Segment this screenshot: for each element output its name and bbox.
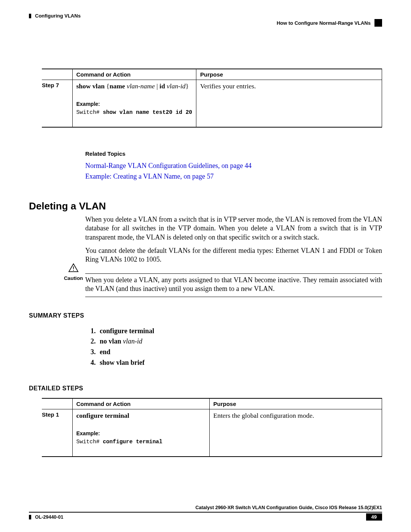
example-prefix: Switch# [76, 109, 103, 115]
step7-table-block: Command or Action Purpose Step 7 show vl… [42, 69, 382, 128]
footer-left: OL-29440-01 [29, 514, 63, 520]
page-footer: Catalyst 2960-XR Switch VLAN Configurati… [29, 505, 382, 521]
summary-steps-list: 1. configure terminal 2. no vlan vlan-id… [91, 326, 382, 369]
footer-left-bar-icon [29, 515, 31, 519]
svg-point-1 [73, 270, 74, 270]
section-para-1: When you delete a VLAN from a switch tha… [85, 215, 382, 242]
header-right-square-icon [374, 19, 382, 27]
caution-text: When you delete a VLAN, any ports assign… [85, 275, 382, 294]
cell-step: Step 1 [42, 409, 72, 457]
header-left: Configuring VLANs [29, 13, 81, 19]
example-prefix: Switch# [76, 439, 103, 445]
cell-step: Step 7 [42, 80, 72, 128]
summary-steps-heading: SUMMARY STEPS [29, 312, 382, 319]
table-row: Step 1 configure terminal Example: Switc… [42, 409, 382, 457]
section-body: When you delete a VLAN from a switch tha… [85, 215, 382, 264]
cell-command: configure terminal Example: Switch# conf… [72, 409, 209, 457]
step1-table: Command or Action Purpose Step 1 configu… [42, 398, 382, 457]
footer-rule [29, 512, 382, 513]
related-link-2[interactable]: Example: Creating a VLAN Name, on page 5… [85, 171, 382, 182]
example-command: configure terminal [103, 439, 162, 445]
command-syntax: configure terminal [76, 412, 206, 420]
example-code: Switch# configure terminal [76, 439, 206, 445]
warning-triangle-icon [68, 263, 79, 272]
cell-command: show vlan {name vlan-name | id vlan-id} … [72, 80, 196, 128]
detailed-steps-heading: DETAILED STEPS [29, 385, 382, 392]
list-item: 3. end [91, 347, 382, 358]
caution-label: Caution [64, 275, 83, 281]
caution-bottom-rule [85, 297, 382, 297]
step7-table: Command or Action Purpose Step 7 show vl… [42, 69, 382, 128]
table-row: Step 7 show vlan {name vlan-name | id vl… [42, 80, 382, 128]
footer-doc-id: OL-29440-01 [35, 514, 63, 520]
example-label: Example: [76, 430, 206, 436]
command-syntax: show vlan {name vlan-name | id vlan-id} [76, 82, 193, 90]
cell-purpose: Verifies your entries. [196, 80, 382, 128]
list-item: 2. no vlan vlan-id [91, 336, 382, 347]
example-label: Example: [76, 101, 193, 107]
th-command: Command or Action [72, 69, 196, 80]
list-item: 4. show vlan brief [91, 358, 382, 368]
page-header: Configuring VLANs How to Configure Norma… [29, 13, 382, 34]
caution-icon-column: Caution [62, 275, 85, 281]
header-left-text: Configuring VLANs [35, 13, 81, 19]
th-step [42, 69, 72, 80]
header-left-bar-icon [29, 14, 31, 18]
section-para-2: You cannot delete the default VLANs for … [85, 246, 382, 264]
example-command: show vlan name test20 id 20 [103, 109, 192, 115]
list-item: 1. configure terminal [91, 326, 382, 337]
related-topics: Related Topics Normal-Range VLAN Configu… [85, 150, 382, 182]
th-purpose: Purpose [196, 69, 382, 80]
related-topics-heading: Related Topics [85, 150, 382, 157]
caution-top-rule [85, 273, 382, 274]
th-command: Command or Action [72, 398, 209, 409]
section-title-deleting-vlan: Deleting a VLAN [29, 200, 382, 212]
header-right-text: How to Configure Normal-Range VLANs [277, 20, 371, 26]
related-link-1[interactable]: Normal-Range VLAN Configuration Guidelin… [85, 161, 382, 171]
step1-table-block: Command or Action Purpose Step 1 configu… [42, 398, 382, 457]
th-step [42, 398, 72, 409]
header-right: How to Configure Normal-Range VLANs [277, 19, 382, 27]
footer-doc-title: Catalyst 2960-XR Switch VLAN Configurati… [29, 505, 382, 510]
page-number-box: 49 [366, 513, 382, 521]
th-purpose: Purpose [209, 398, 382, 409]
caution-block: Caution When you delete a VLAN, any port… [62, 273, 382, 297]
example-code: Switch# show vlan name test20 id 20 [76, 109, 193, 115]
cell-purpose: Enters the global configuration mode. [209, 409, 382, 457]
